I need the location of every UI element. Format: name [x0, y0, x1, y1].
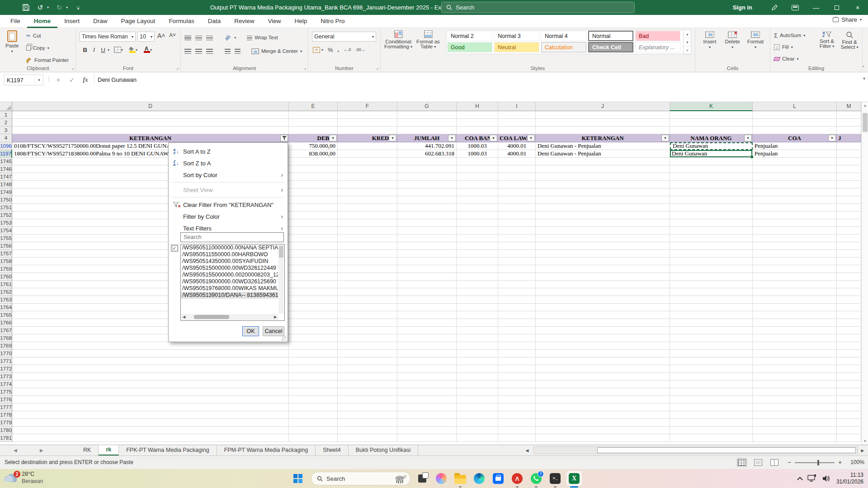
autosum-button[interactable]: ΣAutoSum▾: [774, 30, 805, 40]
cell-M1748[interactable]: [837, 181, 861, 188]
cell-D1771[interactable]: [12, 357, 289, 365]
cell-I1759[interactable]: [498, 265, 536, 273]
cell-J1751[interactable]: [536, 204, 670, 211]
filter-dropdown-button[interactable]: ▾: [527, 135, 535, 141]
format-painter-button[interactable]: Format Painter: [26, 55, 69, 65]
cell-G1778[interactable]: [397, 411, 457, 419]
cell-I1775[interactable]: [498, 388, 536, 396]
cell-L1776[interactable]: [753, 396, 837, 404]
cell-G1777[interactable]: [397, 404, 457, 411]
cell-M1746[interactable]: [837, 165, 861, 173]
cell-M3[interactable]: [837, 127, 861, 134]
cell-K1760[interactable]: [670, 273, 753, 281]
cell-K1773[interactable]: [670, 373, 753, 380]
cell-H1771[interactable]: [457, 357, 498, 365]
column-header-G[interactable]: G: [397, 102, 457, 111]
row-header-1775[interactable]: 1775: [0, 388, 12, 396]
cell-G1769[interactable]: [397, 342, 457, 350]
merge-center-button[interactable]: Merge & Center▾: [251, 46, 302, 56]
font-size-select[interactable]: 10▾: [137, 32, 155, 42]
cell-D1780[interactable]: [12, 427, 289, 434]
filter-dropdown-button[interactable]: ▾: [661, 135, 669, 141]
cell-J1[interactable]: [536, 111, 670, 119]
cell-G1779[interactable]: [397, 419, 457, 427]
cell-J1757[interactable]: [536, 250, 670, 258]
filter-menu-item-sort-z-to-a[interactable]: ZA↓Sort Z to A: [169, 157, 288, 169]
cell-L1749[interactable]: [753, 188, 837, 196]
cell-M1763[interactable]: [837, 296, 861, 304]
cell-E1769[interactable]: [289, 342, 338, 350]
cell-F1775[interactable]: [338, 388, 397, 396]
row-header-1757[interactable]: 1757: [0, 250, 12, 258]
cell-M1752[interactable]: [837, 211, 861, 219]
cell-F3[interactable]: [338, 127, 397, 134]
filter-menu-item-sort-by-color[interactable]: Sort by Color›: [169, 169, 288, 181]
cell-I1745[interactable]: [498, 158, 536, 165]
cell-F1759[interactable]: [338, 265, 397, 273]
percent-icon[interactable]: %: [328, 47, 333, 53]
cell-G1775[interactable]: [397, 388, 457, 396]
cell-I1769[interactable]: [498, 342, 536, 350]
cell-F1755[interactable]: [338, 235, 397, 242]
cell-K1767[interactable]: [670, 327, 753, 334]
cell-M1770[interactable]: [837, 350, 861, 357]
cell-E3[interactable]: [289, 127, 338, 134]
cell-E1747[interactable]: [289, 173, 338, 181]
cell-L1757[interactable]: [753, 250, 837, 258]
cell-G1[interactable]: [397, 111, 457, 119]
cell-G1096[interactable]: 441.702.091: [397, 142, 457, 150]
cell-E1764[interactable]: [289, 304, 338, 311]
filter-dropdown-button[interactable]: ▾: [744, 135, 752, 141]
style-calculation[interactable]: Calculation: [541, 42, 586, 52]
style-normal-3[interactable]: Normal 3: [494, 31, 539, 41]
cell-D1[interactable]: [12, 111, 289, 119]
cell-K1777[interactable]: [670, 404, 753, 411]
sheet-tab-bukti-potong-unifikasi[interactable]: Bukti Potong Unifikasi: [349, 445, 419, 456]
cell-F1096[interactable]: [338, 142, 397, 150]
cell-I1096[interactable]: 4000.01: [498, 142, 536, 150]
cell-K1776[interactable]: [670, 396, 753, 404]
cell-K1765[interactable]: [670, 311, 753, 319]
cell-J1763[interactable]: [536, 296, 670, 304]
sheet-tab-fpm-pt-warna-media-packaging[interactable]: FPM-PT Warna Media Packaging: [217, 445, 316, 456]
share-button[interactable]: Share ▾: [833, 16, 862, 23]
cell-J1769[interactable]: [536, 342, 670, 350]
cell-I1764[interactable]: [498, 304, 536, 311]
cell-E1751[interactable]: [289, 204, 338, 211]
cell-K1197[interactable]: Deni Gunawan: [670, 150, 753, 158]
cell-E1771[interactable]: [289, 357, 338, 365]
find-select-button[interactable]: Find &Select▾: [839, 31, 860, 50]
cell-E1748[interactable]: [289, 181, 338, 188]
cell-H1763[interactable]: [457, 296, 498, 304]
row-header-1781[interactable]: 1781: [0, 434, 12, 442]
row-header-1776[interactable]: 1776: [0, 396, 12, 404]
cell-M1760[interactable]: [837, 273, 861, 281]
cell-K1745[interactable]: [670, 158, 753, 165]
row-header-1[interactable]: 1: [0, 111, 12, 119]
cell-I1763[interactable]: [498, 296, 536, 304]
cell-F1773[interactable]: [338, 373, 397, 380]
cell-H1756[interactable]: [457, 242, 498, 250]
cell-F1[interactable]: [338, 111, 397, 119]
delete-cells-button[interactable]: ×Delete▾: [722, 31, 742, 49]
cell-M1769[interactable]: [837, 342, 861, 350]
row-header-1096[interactable]: 1096: [0, 142, 12, 150]
horizontal-scrollbar[interactable]: [533, 446, 858, 454]
cell-H1197[interactable]: 1000.03: [457, 150, 498, 158]
cell-K1747[interactable]: [670, 173, 753, 181]
cell-L1766[interactable]: [753, 319, 837, 327]
fill-button[interactable]: ↓Fill▾: [774, 42, 805, 52]
row-header-1763[interactable]: 1763: [0, 296, 12, 304]
cell-I1762[interactable]: [498, 288, 536, 296]
pen-icon[interactable]: [764, 0, 785, 15]
cell-J1745[interactable]: [536, 158, 670, 165]
sheet-tab-rk[interactable]: rk: [99, 445, 119, 456]
decrease-decimal-icon[interactable]: .00→: [355, 47, 365, 52]
cell-H1759[interactable]: [457, 265, 498, 273]
cell-E1756[interactable]: [289, 242, 338, 250]
cell-I1197[interactable]: 4000.01: [498, 150, 536, 158]
cell-I1773[interactable]: [498, 373, 536, 380]
cell-G1763[interactable]: [397, 296, 457, 304]
cell-I1768[interactable]: [498, 334, 536, 342]
cell-L1780[interactable]: [753, 427, 837, 434]
